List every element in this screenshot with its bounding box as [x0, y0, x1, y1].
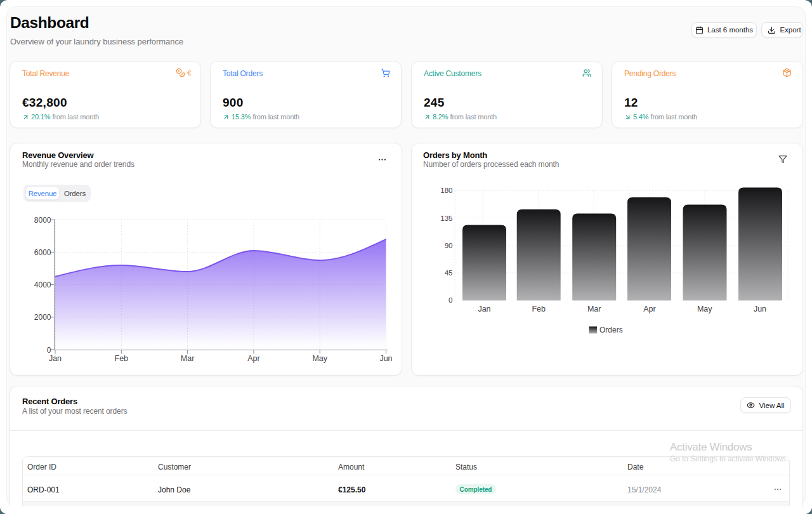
svg-text:Jan: Jan — [478, 305, 490, 313]
svg-text:May: May — [312, 354, 327, 363]
svg-text:Apr: Apr — [247, 354, 259, 363]
svg-text:6000: 6000 — [34, 248, 51, 257]
svg-text:Orders: Orders — [599, 326, 623, 334]
svg-text:45: 45 — [445, 269, 453, 277]
svg-text:4000: 4000 — [34, 280, 51, 289]
svg-text:Mar: Mar — [587, 305, 601, 313]
svg-text:8000: 8000 — [34, 216, 51, 225]
svg-text:Apr: Apr — [643, 305, 655, 313]
svg-text:90: 90 — [445, 242, 453, 249]
svg-text:Jun: Jun — [379, 354, 392, 363]
svg-text:2000: 2000 — [34, 313, 51, 322]
svg-text:0: 0 — [449, 296, 452, 304]
svg-text:Feb: Feb — [115, 354, 129, 363]
svg-text:Jan: Jan — [49, 354, 62, 363]
svg-text:0: 0 — [47, 346, 51, 355]
svg-text:135: 135 — [440, 214, 452, 222]
svg-text:Jun: Jun — [754, 305, 766, 313]
svg-text:Feb: Feb — [532, 305, 546, 313]
svg-text:Mar: Mar — [181, 354, 195, 363]
svg-text:May: May — [697, 305, 712, 313]
svg-text:180: 180 — [440, 187, 452, 194]
